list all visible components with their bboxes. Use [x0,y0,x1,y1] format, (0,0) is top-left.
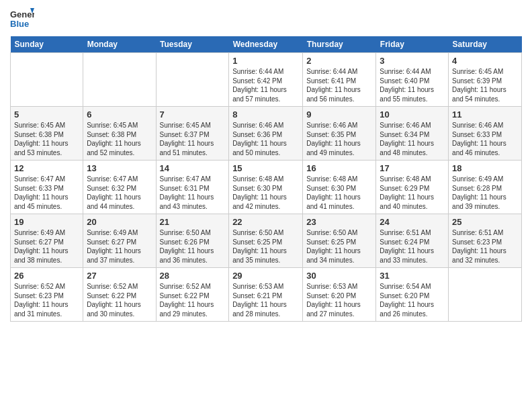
day-number: 24 [380,217,445,227]
day-of-week-header: Monday [83,36,156,53]
day-number: 23 [306,217,372,227]
calendar-week-row: 5Sunrise: 6:45 AM Sunset: 6:38 PM Daylig… [11,107,522,161]
calendar-cell: 18Sunrise: 6:49 AM Sunset: 6:28 PM Dayli… [449,161,522,214]
day-number: 21 [160,217,226,227]
day-info: Sunrise: 6:48 AM Sunset: 6:30 PM Dayligh… [306,175,372,211]
calendar-cell [11,53,83,107]
day-number: 27 [87,271,152,281]
day-number: 10 [380,109,445,120]
day-number: 28 [160,271,226,281]
calendar-cell: 1Sunrise: 6:44 AM Sunset: 6:42 PM Daylig… [229,53,303,107]
day-info: Sunrise: 6:45 AM Sunset: 6:38 PM Dayligh… [87,121,152,157]
svg-text:General: General [10,9,34,19]
day-of-week-header: Wednesday [229,36,303,53]
day-info: Sunrise: 6:50 AM Sunset: 6:26 PM Dayligh… [160,228,226,265]
day-info: Sunrise: 6:48 AM Sunset: 6:30 PM Dayligh… [232,175,299,211]
calendar-cell: 25Sunrise: 6:51 AM Sunset: 6:23 PM Dayli… [449,214,522,268]
calendar-cell: 12Sunrise: 6:47 AM Sunset: 6:33 PM Dayli… [11,161,83,214]
day-number: 25 [452,217,518,227]
calendar-cell: 26Sunrise: 6:52 AM Sunset: 6:23 PM Dayli… [11,268,83,322]
svg-text:Blue: Blue [10,19,29,29]
calendar-cell: 28Sunrise: 6:52 AM Sunset: 6:22 PM Dayli… [156,268,229,322]
day-number: 15 [232,163,299,173]
day-info: Sunrise: 6:50 AM Sunset: 6:25 PM Dayligh… [306,228,372,265]
calendar-week-row: 26Sunrise: 6:52 AM Sunset: 6:23 PM Dayli… [11,268,522,322]
day-of-week-header: Thursday [303,36,376,53]
page-header: General Blue [10,7,522,31]
calendar-cell: 9Sunrise: 6:46 AM Sunset: 6:35 PM Daylig… [303,107,376,161]
calendar-cell: 13Sunrise: 6:47 AM Sunset: 6:32 PM Dayli… [83,161,156,214]
day-number: 29 [232,271,299,281]
calendar-cell: 6Sunrise: 6:45 AM Sunset: 6:38 PM Daylig… [83,107,156,161]
calendar-cell: 8Sunrise: 6:46 AM Sunset: 6:36 PM Daylig… [229,107,303,161]
calendar-cell: 11Sunrise: 6:46 AM Sunset: 6:33 PM Dayli… [449,107,522,161]
page-container: General Blue SundayMondayTuesdayWednesda… [0,0,532,328]
day-info: Sunrise: 6:44 AM Sunset: 6:42 PM Dayligh… [232,67,299,103]
calendar-cell: 16Sunrise: 6:48 AM Sunset: 6:30 PM Dayli… [303,161,376,214]
calendar-cell: 30Sunrise: 6:53 AM Sunset: 6:20 PM Dayli… [303,268,376,322]
day-of-week-header: Friday [376,36,449,53]
calendar-week-row: 1Sunrise: 6:44 AM Sunset: 6:42 PM Daylig… [11,53,522,107]
calendar-cell: 3Sunrise: 6:44 AM Sunset: 6:40 PM Daylig… [376,53,449,107]
calendar-cell [449,268,522,322]
calendar-cell: 17Sunrise: 6:48 AM Sunset: 6:29 PM Dayli… [376,161,449,214]
logo: General Blue [10,7,34,31]
day-number: 12 [14,163,79,173]
day-info: Sunrise: 6:49 AM Sunset: 6:28 PM Dayligh… [452,175,518,211]
day-number: 7 [160,109,226,120]
day-of-week-header: Tuesday [156,36,229,53]
day-info: Sunrise: 6:51 AM Sunset: 6:23 PM Dayligh… [452,228,518,265]
day-number: 11 [452,109,518,120]
day-info: Sunrise: 6:47 AM Sunset: 6:32 PM Dayligh… [87,175,152,211]
day-info: Sunrise: 6:45 AM Sunset: 6:38 PM Dayligh… [14,121,79,157]
calendar-cell: 7Sunrise: 6:45 AM Sunset: 6:37 PM Daylig… [156,107,229,161]
day-of-week-header: Sunday [11,36,83,53]
day-number: 4 [452,56,518,66]
day-number: 3 [380,56,445,66]
calendar-table: SundayMondayTuesdayWednesdayThursdayFrid… [10,36,522,322]
calendar-cell: 23Sunrise: 6:50 AM Sunset: 6:25 PM Dayli… [303,214,376,268]
calendar-cell: 29Sunrise: 6:53 AM Sunset: 6:21 PM Dayli… [229,268,303,322]
calendar-cell: 5Sunrise: 6:45 AM Sunset: 6:38 PM Daylig… [11,107,83,161]
day-info: Sunrise: 6:51 AM Sunset: 6:24 PM Dayligh… [380,228,445,265]
day-info: Sunrise: 6:47 AM Sunset: 6:31 PM Dayligh… [160,175,226,211]
day-info: Sunrise: 6:45 AM Sunset: 6:37 PM Dayligh… [160,121,226,157]
day-info: Sunrise: 6:53 AM Sunset: 6:21 PM Dayligh… [232,282,299,318]
day-number: 6 [87,109,152,120]
day-number: 26 [14,271,79,281]
calendar-cell [83,53,156,107]
day-info: Sunrise: 6:44 AM Sunset: 6:41 PM Dayligh… [306,67,372,103]
calendar-cell: 19Sunrise: 6:49 AM Sunset: 6:27 PM Dayli… [11,214,83,268]
calendar-cell: 27Sunrise: 6:52 AM Sunset: 6:22 PM Dayli… [83,268,156,322]
day-info: Sunrise: 6:53 AM Sunset: 6:20 PM Dayligh… [306,282,372,318]
day-info: Sunrise: 6:49 AM Sunset: 6:27 PM Dayligh… [14,228,79,265]
calendar-cell: 14Sunrise: 6:47 AM Sunset: 6:31 PM Dayli… [156,161,229,214]
day-info: Sunrise: 6:52 AM Sunset: 6:22 PM Dayligh… [160,282,226,318]
day-info: Sunrise: 6:45 AM Sunset: 6:39 PM Dayligh… [452,67,518,103]
day-info: Sunrise: 6:50 AM Sunset: 6:25 PM Dayligh… [232,228,299,265]
day-number: 16 [306,163,372,173]
calendar-cell: 31Sunrise: 6:54 AM Sunset: 6:20 PM Dayli… [376,268,449,322]
calendar-cell: 21Sunrise: 6:50 AM Sunset: 6:26 PM Dayli… [156,214,229,268]
day-number: 20 [87,217,152,227]
calendar-cell [156,53,229,107]
day-number: 5 [14,109,79,120]
calendar-week-row: 19Sunrise: 6:49 AM Sunset: 6:27 PM Dayli… [11,214,522,268]
day-info: Sunrise: 6:44 AM Sunset: 6:40 PM Dayligh… [380,67,445,103]
calendar-cell: 15Sunrise: 6:48 AM Sunset: 6:30 PM Dayli… [229,161,303,214]
day-number: 18 [452,163,518,173]
day-of-week-header: Saturday [449,36,522,53]
day-number: 17 [380,163,445,173]
day-number: 2 [306,56,372,66]
calendar-week-row: 12Sunrise: 6:47 AM Sunset: 6:33 PM Dayli… [11,161,522,214]
calendar-cell: 20Sunrise: 6:49 AM Sunset: 6:27 PM Dayli… [83,214,156,268]
logo-graphic: General Blue [10,7,34,31]
calendar-cell: 10Sunrise: 6:46 AM Sunset: 6:34 PM Dayli… [376,107,449,161]
calendar-header-row: SundayMondayTuesdayWednesdayThursdayFrid… [11,36,522,53]
calendar-cell: 2Sunrise: 6:44 AM Sunset: 6:41 PM Daylig… [303,53,376,107]
day-info: Sunrise: 6:46 AM Sunset: 6:35 PM Dayligh… [306,121,372,157]
calendar-cell: 22Sunrise: 6:50 AM Sunset: 6:25 PM Dayli… [229,214,303,268]
day-info: Sunrise: 6:49 AM Sunset: 6:27 PM Dayligh… [87,228,152,265]
day-info: Sunrise: 6:54 AM Sunset: 6:20 PM Dayligh… [380,282,445,318]
day-number: 22 [232,217,299,227]
